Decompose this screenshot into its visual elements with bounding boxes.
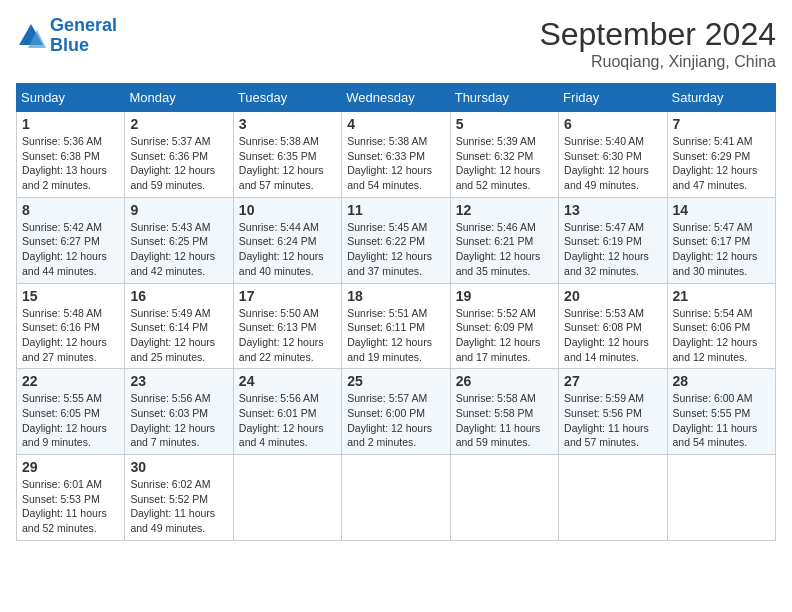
logo-line2: Blue: [50, 35, 89, 55]
day-info: Sunrise: 5:56 AMSunset: 6:01 PMDaylight:…: [239, 391, 336, 450]
day-number: 21: [673, 288, 770, 304]
day-number: 4: [347, 116, 444, 132]
day-info: Sunrise: 6:02 AMSunset: 5:52 PMDaylight:…: [130, 477, 227, 536]
day-number: 17: [239, 288, 336, 304]
day-info: Sunrise: 5:51 AMSunset: 6:11 PMDaylight:…: [347, 306, 444, 365]
logo-text: General Blue: [50, 16, 117, 56]
calendar-cell: 10Sunrise: 5:44 AMSunset: 6:24 PMDayligh…: [233, 197, 341, 283]
calendar-header-tuesday: Tuesday: [233, 84, 341, 112]
day-info: Sunrise: 5:47 AMSunset: 6:19 PMDaylight:…: [564, 220, 661, 279]
day-info: Sunrise: 5:58 AMSunset: 5:58 PMDaylight:…: [456, 391, 553, 450]
calendar-cell: [233, 455, 341, 541]
day-info: Sunrise: 5:39 AMSunset: 6:32 PMDaylight:…: [456, 134, 553, 193]
calendar-cell: 6Sunrise: 5:40 AMSunset: 6:30 PMDaylight…: [559, 112, 667, 198]
calendar: SundayMondayTuesdayWednesdayThursdayFrid…: [16, 83, 776, 541]
day-number: 18: [347, 288, 444, 304]
calendar-cell: 16Sunrise: 5:49 AMSunset: 6:14 PMDayligh…: [125, 283, 233, 369]
month-title: September 2024: [539, 16, 776, 53]
calendar-cell: 24Sunrise: 5:56 AMSunset: 6:01 PMDayligh…: [233, 369, 341, 455]
title-area: September 2024 Ruoqiang, Xinjiang, China: [539, 16, 776, 71]
day-info: Sunrise: 5:37 AMSunset: 6:36 PMDaylight:…: [130, 134, 227, 193]
calendar-header-friday: Friday: [559, 84, 667, 112]
calendar-cell: 30Sunrise: 6:02 AMSunset: 5:52 PMDayligh…: [125, 455, 233, 541]
calendar-cell: 22Sunrise: 5:55 AMSunset: 6:05 PMDayligh…: [17, 369, 125, 455]
day-info: Sunrise: 5:38 AMSunset: 6:33 PMDaylight:…: [347, 134, 444, 193]
calendar-cell: [450, 455, 558, 541]
day-number: 27: [564, 373, 661, 389]
calendar-cell: 15Sunrise: 5:48 AMSunset: 6:16 PMDayligh…: [17, 283, 125, 369]
calendar-cell: [559, 455, 667, 541]
day-info: Sunrise: 5:55 AMSunset: 6:05 PMDaylight:…: [22, 391, 119, 450]
day-info: Sunrise: 5:57 AMSunset: 6:00 PMDaylight:…: [347, 391, 444, 450]
day-info: Sunrise: 5:41 AMSunset: 6:29 PMDaylight:…: [673, 134, 770, 193]
calendar-week-row: 22Sunrise: 5:55 AMSunset: 6:05 PMDayligh…: [17, 369, 776, 455]
calendar-cell: 13Sunrise: 5:47 AMSunset: 6:19 PMDayligh…: [559, 197, 667, 283]
calendar-cell: 1Sunrise: 5:36 AMSunset: 6:38 PMDaylight…: [17, 112, 125, 198]
day-number: 22: [22, 373, 119, 389]
day-info: Sunrise: 5:46 AMSunset: 6:21 PMDaylight:…: [456, 220, 553, 279]
header: General Blue September 2024 Ruoqiang, Xi…: [16, 16, 776, 71]
calendar-cell: 23Sunrise: 5:56 AMSunset: 6:03 PMDayligh…: [125, 369, 233, 455]
day-number: 23: [130, 373, 227, 389]
calendar-header-monday: Monday: [125, 84, 233, 112]
day-info: Sunrise: 6:01 AMSunset: 5:53 PMDaylight:…: [22, 477, 119, 536]
calendar-cell: 20Sunrise: 5:53 AMSunset: 6:08 PMDayligh…: [559, 283, 667, 369]
day-number: 11: [347, 202, 444, 218]
day-info: Sunrise: 5:45 AMSunset: 6:22 PMDaylight:…: [347, 220, 444, 279]
day-info: Sunrise: 5:42 AMSunset: 6:27 PMDaylight:…: [22, 220, 119, 279]
calendar-cell: 26Sunrise: 5:58 AMSunset: 5:58 PMDayligh…: [450, 369, 558, 455]
day-number: 5: [456, 116, 553, 132]
calendar-cell: [667, 455, 775, 541]
calendar-cell: 27Sunrise: 5:59 AMSunset: 5:56 PMDayligh…: [559, 369, 667, 455]
day-info: Sunrise: 5:59 AMSunset: 5:56 PMDaylight:…: [564, 391, 661, 450]
day-info: Sunrise: 5:49 AMSunset: 6:14 PMDaylight:…: [130, 306, 227, 365]
calendar-cell: 25Sunrise: 5:57 AMSunset: 6:00 PMDayligh…: [342, 369, 450, 455]
calendar-header-wednesday: Wednesday: [342, 84, 450, 112]
day-number: 14: [673, 202, 770, 218]
calendar-cell: 7Sunrise: 5:41 AMSunset: 6:29 PMDaylight…: [667, 112, 775, 198]
day-number: 25: [347, 373, 444, 389]
day-number: 7: [673, 116, 770, 132]
calendar-header-row: SundayMondayTuesdayWednesdayThursdayFrid…: [17, 84, 776, 112]
day-number: 2: [130, 116, 227, 132]
day-info: Sunrise: 5:54 AMSunset: 6:06 PMDaylight:…: [673, 306, 770, 365]
calendar-cell: 17Sunrise: 5:50 AMSunset: 6:13 PMDayligh…: [233, 283, 341, 369]
calendar-cell: 18Sunrise: 5:51 AMSunset: 6:11 PMDayligh…: [342, 283, 450, 369]
calendar-week-row: 8Sunrise: 5:42 AMSunset: 6:27 PMDaylight…: [17, 197, 776, 283]
day-number: 15: [22, 288, 119, 304]
day-info: Sunrise: 5:36 AMSunset: 6:38 PMDaylight:…: [22, 134, 119, 193]
logo-line1: General: [50, 15, 117, 35]
day-number: 3: [239, 116, 336, 132]
logo-icon: [16, 21, 46, 51]
calendar-cell: [342, 455, 450, 541]
day-number: 28: [673, 373, 770, 389]
day-number: 26: [456, 373, 553, 389]
calendar-cell: 12Sunrise: 5:46 AMSunset: 6:21 PMDayligh…: [450, 197, 558, 283]
calendar-header-sunday: Sunday: [17, 84, 125, 112]
day-info: Sunrise: 5:40 AMSunset: 6:30 PMDaylight:…: [564, 134, 661, 193]
calendar-cell: 5Sunrise: 5:39 AMSunset: 6:32 PMDaylight…: [450, 112, 558, 198]
calendar-week-row: 29Sunrise: 6:01 AMSunset: 5:53 PMDayligh…: [17, 455, 776, 541]
day-number: 9: [130, 202, 227, 218]
calendar-cell: 3Sunrise: 5:38 AMSunset: 6:35 PMDaylight…: [233, 112, 341, 198]
day-info: Sunrise: 5:47 AMSunset: 6:17 PMDaylight:…: [673, 220, 770, 279]
day-info: Sunrise: 5:52 AMSunset: 6:09 PMDaylight:…: [456, 306, 553, 365]
day-number: 30: [130, 459, 227, 475]
day-number: 1: [22, 116, 119, 132]
day-info: Sunrise: 5:56 AMSunset: 6:03 PMDaylight:…: [130, 391, 227, 450]
day-number: 13: [564, 202, 661, 218]
day-number: 24: [239, 373, 336, 389]
day-number: 8: [22, 202, 119, 218]
calendar-cell: 28Sunrise: 6:00 AMSunset: 5:55 PMDayligh…: [667, 369, 775, 455]
day-number: 29: [22, 459, 119, 475]
calendar-cell: 9Sunrise: 5:43 AMSunset: 6:25 PMDaylight…: [125, 197, 233, 283]
location-subtitle: Ruoqiang, Xinjiang, China: [539, 53, 776, 71]
day-info: Sunrise: 5:50 AMSunset: 6:13 PMDaylight:…: [239, 306, 336, 365]
calendar-week-row: 15Sunrise: 5:48 AMSunset: 6:16 PMDayligh…: [17, 283, 776, 369]
day-number: 20: [564, 288, 661, 304]
calendar-cell: 14Sunrise: 5:47 AMSunset: 6:17 PMDayligh…: [667, 197, 775, 283]
day-info: Sunrise: 5:48 AMSunset: 6:16 PMDaylight:…: [22, 306, 119, 365]
calendar-cell: 8Sunrise: 5:42 AMSunset: 6:27 PMDaylight…: [17, 197, 125, 283]
calendar-header-thursday: Thursday: [450, 84, 558, 112]
calendar-header-saturday: Saturday: [667, 84, 775, 112]
